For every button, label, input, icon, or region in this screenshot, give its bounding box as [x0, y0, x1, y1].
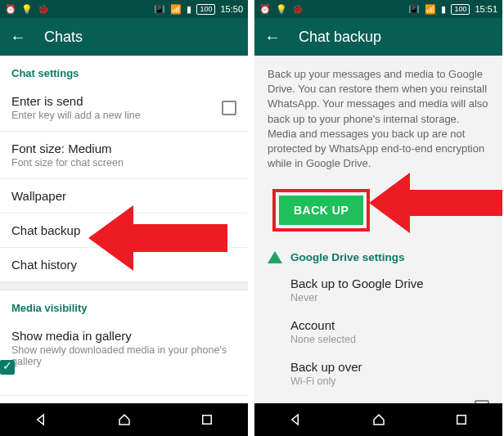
backup-scroll[interactable]: Back up your messages and media to Googl…: [254, 56, 502, 403]
nav-bar: [254, 403, 502, 436]
row-show-media[interactable]: Show media in gallery Show newly downloa…: [0, 319, 248, 396]
bug-icon: 🐞: [292, 4, 304, 15]
row-title: Include videos: [268, 402, 489, 403]
section-divider: [0, 282, 248, 290]
wifi-icon: 📶: [170, 4, 182, 15]
section-chat-settings: Chat settings: [0, 56, 248, 84]
row-title: Back up to Google Drive: [290, 276, 489, 290]
vibrate-icon: 📳: [408, 4, 420, 15]
row-subtitle: Never: [290, 292, 489, 303]
drive-icon: [268, 251, 282, 263]
svg-rect-2: [457, 416, 466, 425]
bug-icon: 🐞: [38, 4, 49, 15]
alarm-icon: ⏰: [259, 4, 271, 15]
row-title: Enter is send: [11, 94, 236, 108]
row-subtitle: None selected: [290, 334, 489, 345]
signal-icon: ▮: [187, 4, 191, 15]
row-chat-history[interactable]: Chat history: [0, 248, 248, 282]
signal-icon: ▮: [441, 4, 446, 15]
row-title: Chat history: [11, 258, 236, 272]
row-enter-is-send[interactable]: Enter is send Enter key will add a new l…: [0, 84, 248, 132]
row-title: Chat backup: [11, 223, 236, 237]
bulb-icon: 💡: [276, 4, 287, 15]
backup-description: Back up your messages and media to Googl…: [254, 56, 502, 179]
section-media-visibility: Media visibility: [0, 290, 248, 319]
clock-text: 15:51: [475, 4, 497, 14]
google-drive-settings-header: Google Drive settings: [268, 251, 489, 263]
row-backup-to-drive[interactable]: Back up to Google Drive Never: [268, 270, 489, 312]
vibrate-icon: 📳: [154, 4, 165, 15]
nav-back-icon[interactable]: [34, 412, 49, 427]
battery-indicator: 100: [451, 4, 470, 15]
alarm-icon: ⏰: [5, 4, 16, 15]
backup-button[interactable]: BACK UP: [279, 196, 363, 225]
back-icon[interactable]: ←: [264, 29, 281, 45]
row-wallpaper[interactable]: Wallpaper: [0, 179, 248, 214]
checkbox-enter-is-send[interactable]: [222, 101, 236, 115]
wifi-icon: 📶: [425, 4, 436, 15]
row-title: Show media in gallery: [11, 329, 236, 343]
row-backup-over[interactable]: Back up over Wi-Fi only: [268, 353, 489, 395]
row-chat-backup[interactable]: Chat backup: [0, 214, 248, 248]
status-bar: ⏰ 💡 🐞 📳 📶 ▮ 100 15:51: [254, 0, 502, 18]
appbar-title: Chats: [44, 29, 83, 46]
nav-recent-icon[interactable]: [200, 412, 214, 427]
backup-button-highlight: BACK UP: [268, 184, 375, 236]
appbar-title: Chat backup: [299, 29, 381, 46]
row-subtitle: Show newly downloaded media in your phon…: [11, 344, 236, 367]
settings-list[interactable]: Chat settings Enter is send Enter key wi…: [0, 56, 248, 403]
row-account[interactable]: Account None selected: [268, 312, 489, 353]
status-bar: ⏰ 💡 🐞 📳 📶 ▮ 100 15:50: [0, 0, 248, 18]
battery-indicator: 100: [196, 4, 215, 15]
app-bar: ← Chats: [0, 18, 248, 56]
clock-text: 15:50: [220, 4, 243, 14]
nav-bar: [0, 403, 248, 436]
row-title: Account: [290, 318, 489, 332]
checkbox-show-media[interactable]: [0, 360, 15, 375]
nav-home-icon[interactable]: [371, 412, 386, 427]
nav-back-icon[interactable]: [289, 412, 304, 427]
row-title: Back up over: [290, 360, 489, 374]
app-bar: ← Chat backup: [254, 18, 502, 56]
screen-chats: ⏰ 💡 🐞 📳 📶 ▮ 100 15:50 ← Chats Chat setti…: [0, 0, 248, 436]
row-font-size[interactable]: Font size: Medium Font size for chat scr…: [0, 132, 248, 179]
screen-chat-backup: ⏰ 💡 🐞 📳 📶 ▮ 100 15:51 ← Chat backup Back…: [254, 0, 502, 436]
row-title: Wallpaper: [11, 189, 236, 203]
row-subtitle: Enter key will add a new line: [11, 110, 236, 121]
row-include-videos[interactable]: Include videos: [268, 395, 489, 403]
back-icon[interactable]: ←: [10, 29, 26, 45]
nav-home-icon[interactable]: [117, 412, 132, 427]
nav-recent-icon[interactable]: [454, 412, 469, 427]
svg-rect-0: [202, 416, 211, 425]
checkbox-include-videos[interactable]: [475, 400, 489, 403]
row-subtitle: Font size for chat screen: [11, 157, 236, 169]
bulb-icon: 💡: [21, 4, 33, 15]
row-subtitle: Wi-Fi only: [290, 375, 489, 387]
row-title: Font size: Medium: [11, 142, 236, 155]
gd-header-text: Google Drive settings: [290, 251, 405, 263]
